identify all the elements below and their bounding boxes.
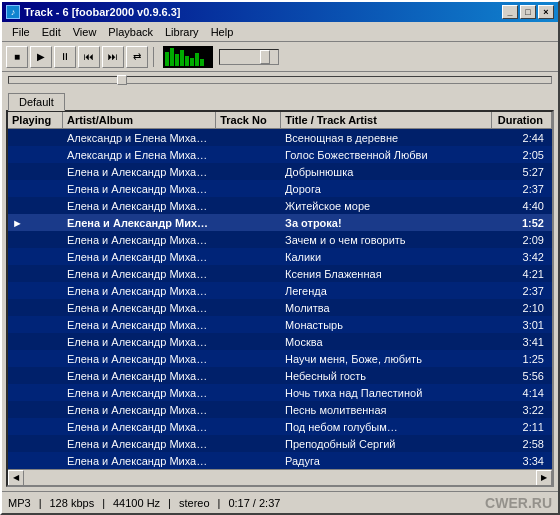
- volume-thumb[interactable]: [260, 50, 270, 64]
- cell-title: Молитва: [281, 301, 492, 315]
- seek-bar-container: [2, 72, 558, 88]
- menu-library[interactable]: Library: [159, 24, 205, 40]
- next-button[interactable]: ⏭: [102, 46, 124, 68]
- playlist-row[interactable]: Елена и Александр Михайловы… Песнь молит…: [8, 401, 552, 418]
- prev-button[interactable]: ⏮: [78, 46, 100, 68]
- playlist-row[interactable]: Елена и Александр Михайловы… Дорога 2:37: [8, 180, 552, 197]
- close-button[interactable]: ×: [538, 5, 554, 19]
- seek-thumb[interactable]: [117, 75, 127, 85]
- random-button[interactable]: ⇄: [126, 46, 148, 68]
- column-headers: Playing Artist/Album Track No Title / Tr…: [8, 112, 552, 129]
- vis-bar: [180, 50, 184, 66]
- status-separator1: |: [39, 497, 42, 509]
- col-header-trackno[interactable]: Track No: [216, 112, 281, 128]
- hscroll-track[interactable]: [24, 470, 536, 486]
- playlist-row[interactable]: Александр и Елена Михайловы… Голос Божес…: [8, 146, 552, 163]
- menu-help[interactable]: Help: [205, 24, 240, 40]
- cell-artist: Елена и Александр Михайловы…: [63, 386, 216, 400]
- playlist-row[interactable]: Елена и Александр Михайловы… Радуга 3:34: [8, 452, 552, 469]
- playlist-row[interactable]: Александр и Елена Михайловы… Всенощная в…: [8, 129, 552, 146]
- playlist-rows[interactable]: Александр и Елена Михайловы… Всенощная в…: [8, 129, 552, 469]
- cell-artist: Елена и Александр Михайловы…: [63, 165, 216, 179]
- cell-duration: 1:52: [492, 216, 552, 230]
- vis-bar: [195, 53, 199, 66]
- playlist-row[interactable]: Елена и Александр Михайловы… Преподобный…: [8, 435, 552, 452]
- cell-trackno: [216, 307, 281, 309]
- stop-button[interactable]: ■: [6, 46, 28, 68]
- cell-playing: [8, 460, 63, 462]
- col-header-artist[interactable]: Artist/Album: [63, 112, 216, 128]
- hscroll-left[interactable]: ◀: [8, 470, 24, 486]
- cell-duration: 4:40: [492, 199, 552, 213]
- status-info: MP3 | 128 kbps | 44100 Hz | stereo | 0:1…: [8, 497, 280, 509]
- playlist-container: Playing Artist/Album Track No Title / Tr…: [6, 110, 554, 487]
- playlist-row[interactable]: Елена и Александр Михайловы… Молитва 2:1…: [8, 299, 552, 316]
- menu-edit[interactable]: Edit: [36, 24, 67, 40]
- cell-title: Небесный гость: [281, 369, 492, 383]
- status-samplerate: 44100 Hz: [113, 497, 160, 509]
- playlist-row[interactable]: Елена и Александр Михайловы… Ксения Блаж…: [8, 265, 552, 282]
- cell-artist: Елена и Александр Михайловы…: [63, 420, 216, 434]
- col-header-playing: Playing: [8, 112, 63, 128]
- playlist-row[interactable]: ► Елена и Александр Михайловы… За отрока…: [8, 214, 552, 231]
- hscroll-right[interactable]: ▶: [536, 470, 552, 486]
- menu-playback[interactable]: Playback: [102, 24, 159, 40]
- cell-playing: [8, 171, 63, 173]
- col-header-title[interactable]: Title / Track Artist: [281, 112, 492, 128]
- cell-artist: Елена и Александр Михайловы…: [63, 250, 216, 264]
- status-separator4: |: [218, 497, 221, 509]
- col-header-duration[interactable]: Duration: [492, 112, 552, 128]
- cell-duration: 2:44: [492, 131, 552, 145]
- cell-duration: 3:41: [492, 335, 552, 349]
- cell-title: Житейское море: [281, 199, 492, 213]
- playlist-row[interactable]: Елена и Александр Михайловы… Зачем и о ч…: [8, 231, 552, 248]
- cell-artist: Елена и Александр Михайловы…: [63, 454, 216, 468]
- status-separator2: |: [102, 497, 105, 509]
- cell-title: Под небом голубым…: [281, 420, 492, 434]
- playlist-row[interactable]: Елена и Александр Михайловы… Монастырь 3…: [8, 316, 552, 333]
- playlist-row[interactable]: Елена и Александр Михайловы… Под небом г…: [8, 418, 552, 435]
- menu-view[interactable]: View: [67, 24, 103, 40]
- playlist-row[interactable]: Елена и Александр Михайловы… Житейское м…: [8, 197, 552, 214]
- cell-playing: [8, 273, 63, 275]
- minimize-button[interactable]: _: [502, 5, 518, 19]
- playlist-row[interactable]: Елена и Александр Михайловы… Легенда 2:3…: [8, 282, 552, 299]
- cell-playing: [8, 409, 63, 411]
- cell-duration: 2:11: [492, 420, 552, 434]
- maximize-button[interactable]: □: [520, 5, 536, 19]
- playlist-row[interactable]: Елена и Александр Михайловы… Небесный го…: [8, 367, 552, 384]
- playlist-row[interactable]: Елена и Александр Михайловы… Добрынюшка …: [8, 163, 552, 180]
- cell-title: Ночь тиха над Палестиной: [281, 386, 492, 400]
- pause-button[interactable]: ⏸: [54, 46, 76, 68]
- playlist-row[interactable]: Елена и Александр Михайловы… Калики 3:42: [8, 248, 552, 265]
- playlist-row[interactable]: Елена и Александр Михайловы… Москва 3:41: [8, 333, 552, 350]
- cell-artist: Елена и Александр Михайловы…: [63, 233, 216, 247]
- cell-playing: [8, 188, 63, 190]
- cell-trackno: [216, 409, 281, 411]
- cell-playing: [8, 426, 63, 428]
- watermark: CWER.RU: [485, 495, 552, 511]
- cell-trackno: [216, 171, 281, 173]
- cell-playing: [8, 307, 63, 309]
- cell-trackno: [216, 256, 281, 258]
- app-icon: ♪: [6, 5, 20, 19]
- cell-title: Калики: [281, 250, 492, 264]
- cell-duration: 2:09: [492, 233, 552, 247]
- playlist-row[interactable]: Елена и Александр Михайловы… Научи меня,…: [8, 350, 552, 367]
- cell-trackno: [216, 290, 281, 292]
- tab-default[interactable]: Default: [8, 93, 65, 111]
- cell-playing: [8, 392, 63, 394]
- cell-playing: [8, 205, 63, 207]
- cell-trackno: [216, 426, 281, 428]
- menu-file[interactable]: File: [6, 24, 36, 40]
- playlist-row[interactable]: Елена и Александр Михайловы… Ночь тиха н…: [8, 384, 552, 401]
- cell-title: Песнь молитвенная: [281, 403, 492, 417]
- status-bar: MP3 | 128 kbps | 44100 Hz | stereo | 0:1…: [2, 491, 558, 513]
- cell-artist: Елена и Александр Михайловы…: [63, 216, 216, 230]
- play-button[interactable]: ▶: [30, 46, 52, 68]
- seek-bar[interactable]: [8, 76, 552, 84]
- volume-slider[interactable]: [219, 49, 279, 65]
- cell-trackno: [216, 205, 281, 207]
- cell-trackno: [216, 375, 281, 377]
- cell-duration: 3:42: [492, 250, 552, 264]
